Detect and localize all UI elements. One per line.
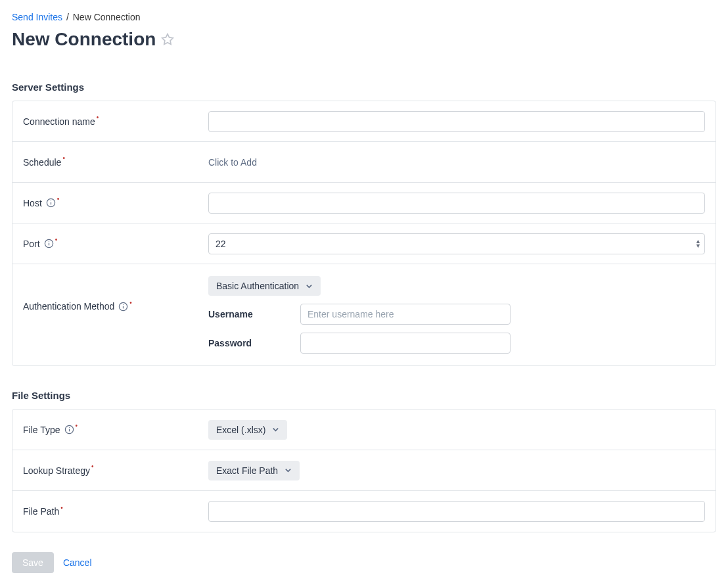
- breadcrumb-separator: /: [66, 12, 69, 22]
- cancel-link[interactable]: Cancel: [63, 557, 92, 568]
- port-label: Port: [23, 239, 40, 249]
- chevron-down-icon: [306, 283, 313, 290]
- chevron-down-icon: [272, 426, 279, 433]
- info-icon[interactable]: [46, 198, 56, 208]
- auth-method-value: Basic Authentication: [216, 281, 299, 291]
- server-settings-panel: Connection name • Schedule • Click to Ad…: [12, 101, 716, 366]
- schedule-label: Schedule: [23, 157, 61, 168]
- host-input[interactable]: [208, 193, 705, 214]
- host-label: Host: [23, 198, 42, 208]
- password-input[interactable]: [300, 333, 511, 354]
- breadcrumb-current: New Connection: [73, 12, 141, 22]
- connection-name-label: Connection name: [23, 116, 95, 127]
- file-path-label: File Path: [23, 506, 59, 517]
- password-label: Password: [208, 338, 300, 348]
- file-type-value: Excel (.xlsx): [216, 425, 265, 435]
- required-indicator: •: [60, 504, 63, 511]
- file-path-input[interactable]: [208, 501, 705, 522]
- page-title: New Connection: [12, 29, 156, 50]
- required-indicator: •: [55, 236, 58, 243]
- file-settings-heading: File Settings: [12, 390, 716, 401]
- lookup-strategy-dropdown[interactable]: Exact File Path: [208, 461, 300, 480]
- port-input[interactable]: [208, 233, 705, 254]
- svg-point-3: [51, 200, 51, 201]
- info-icon[interactable]: [118, 302, 128, 312]
- username-label: Username: [208, 309, 300, 319]
- username-input[interactable]: [300, 304, 511, 325]
- lookup-strategy-value: Exact File Path: [216, 465, 278, 476]
- schedule-click-to-add[interactable]: Click to Add: [208, 157, 257, 168]
- svg-point-9: [123, 304, 124, 304]
- svg-point-12: [68, 427, 69, 428]
- favorite-star-icon[interactable]: [161, 33, 174, 46]
- required-indicator: •: [97, 114, 99, 121]
- auth-method-label: Authentication Method: [23, 301, 114, 312]
- file-type-label: File Type: [23, 425, 60, 435]
- save-button[interactable]: Save: [12, 552, 54, 573]
- required-indicator: •: [62, 154, 65, 162]
- required-indicator: •: [91, 463, 94, 470]
- file-type-dropdown[interactable]: Excel (.xlsx): [208, 420, 287, 440]
- required-indicator: •: [76, 422, 78, 429]
- info-icon[interactable]: [44, 239, 54, 248]
- breadcrumb: Send Invites / New Connection: [12, 12, 716, 22]
- chevron-down-icon: [284, 467, 292, 474]
- file-settings-panel: File Type • Excel (.xlsx) Lookup Strateg…: [12, 409, 716, 532]
- breadcrumb-parent-link[interactable]: Send Invites: [12, 12, 62, 22]
- svg-point-6: [49, 241, 49, 242]
- svg-marker-0: [162, 34, 173, 45]
- required-indicator: •: [129, 299, 132, 306]
- auth-method-dropdown[interactable]: Basic Authentication: [208, 276, 321, 296]
- required-indicator: •: [57, 195, 60, 202]
- connection-name-input[interactable]: [208, 111, 705, 132]
- lookup-strategy-label: Lookup Strategy: [23, 465, 90, 476]
- info-icon[interactable]: [64, 425, 74, 434]
- server-settings-heading: Server Settings: [12, 82, 716, 93]
- port-step-down[interactable]: ▼: [695, 244, 701, 248]
